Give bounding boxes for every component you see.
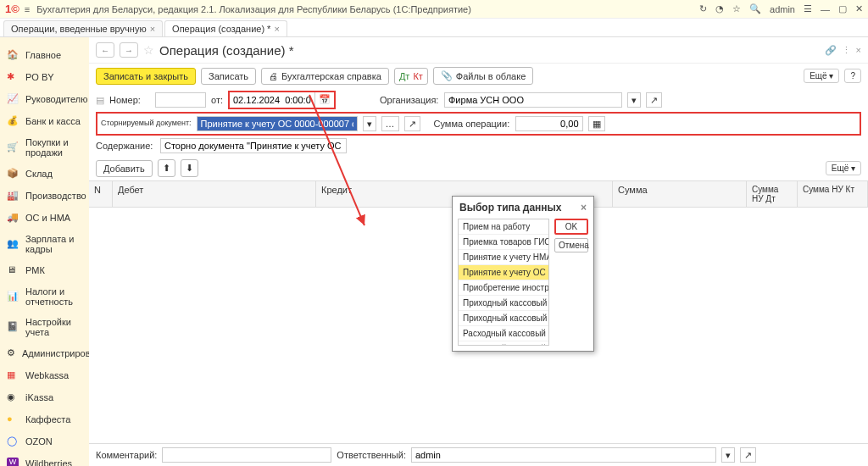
back-button[interactable]: ← (96, 42, 114, 58)
sidebar-item-tax[interactable]: 📊Налоги и отчетность (0, 281, 89, 312)
tab-label: Операция (создание) * (172, 24, 270, 34)
sidebar-item-settings[interactable]: 📓Настройки учета (0, 312, 89, 342)
type-list-item[interactable]: Приходный кассовый ордер (459, 296, 548, 311)
bank-icon: 💰 (7, 115, 19, 127)
col-n: N (89, 181, 113, 207)
close-window-icon[interactable]: ✕ (855, 3, 863, 14)
forward-button[interactable]: → (120, 42, 138, 58)
close-icon[interactable]: × (856, 45, 861, 55)
link-icon[interactable]: 🔗 (825, 45, 837, 56)
more-button[interactable]: Ещё ▾ (804, 69, 839, 83)
ikassa-icon: ◉ (7, 391, 19, 403)
close-icon[interactable]: × (274, 24, 279, 34)
sidebar-item-ikassa[interactable]: ◉iKassa (0, 386, 89, 408)
resp-dropdown-icon[interactable]: ▾ (721, 447, 735, 463)
sidebar-item-wildberries[interactable]: WWildberries (0, 452, 89, 466)
dkt-button[interactable]: ДтКт (394, 68, 428, 85)
move-up-button[interactable]: ⬆ (158, 159, 175, 177)
print-icon: 🖨 (269, 71, 278, 81)
sidebar-item-manager[interactable]: 📈Руководителю (0, 88, 89, 110)
help-button[interactable]: ? (844, 69, 861, 83)
kebab-icon[interactable]: ⋮ (842, 45, 851, 56)
tab-operation-create[interactable]: Операция (создание) * × (164, 20, 287, 36)
date-input[interactable] (230, 92, 314, 108)
home-icon: 🏠 (7, 49, 19, 61)
favorite-icon[interactable]: ☆ (143, 43, 154, 57)
refresh-icon[interactable]: ↻ (699, 3, 707, 14)
settings-icon[interactable]: ☰ (804, 3, 812, 14)
sidebar-item-sales[interactable]: 🛒Покупки и продажи (0, 132, 89, 163)
sidebar-item-poby[interactable]: ✱PO BY (0, 66, 89, 88)
files-button[interactable]: 📎Файлы в облаке (433, 67, 533, 85)
menu-icon[interactable]: ≡ (25, 4, 30, 14)
storno-dropdown-icon[interactable]: ▾ (363, 116, 376, 131)
print-button[interactable]: 🖨Бухгалтерская справка (261, 68, 389, 85)
calc-icon[interactable]: ▦ (588, 116, 605, 131)
sidebar-item-kaffesta[interactable]: ●Каффеста (0, 408, 89, 430)
col-nu-kt: Сумма НУ Кт (798, 181, 868, 207)
storno-input[interactable] (197, 116, 358, 131)
number-input[interactable] (155, 92, 206, 108)
type-list-item[interactable]: Принятие к учету НМА (459, 250, 548, 265)
type-list-item[interactable]: Расходный кассовый ордер ... (459, 341, 548, 346)
ozon-icon: ◯ (7, 435, 19, 447)
move-down-button[interactable]: ⬇ (181, 159, 198, 177)
tax-icon: 📊 (7, 291, 19, 302)
rmk-icon: 🖥 (7, 264, 19, 276)
type-list-item[interactable]: Расходный кассовый ордер (459, 326, 548, 341)
org-dropdown-icon[interactable]: ▾ (627, 92, 641, 108)
comment-input[interactable] (162, 447, 331, 463)
webkassa-icon: ▦ (7, 369, 19, 381)
sidebar-item-ozon[interactable]: ◯OZON (0, 430, 89, 452)
type-list-item[interactable]: Приобретение иностранной в... (459, 280, 548, 296)
org-open-icon[interactable]: ↗ (646, 92, 662, 108)
tab-operations-list[interactable]: Операции, введенные вручную × (3, 20, 163, 36)
search-icon[interactable]: 🔍 (749, 3, 761, 14)
type-list-item[interactable]: Принятие к учету ОС (459, 265, 548, 280)
org-input[interactable] (444, 92, 622, 108)
gear-icon: ⚙ (7, 347, 15, 359)
sum-label: Сумма операции: (434, 119, 510, 129)
favorite-icon[interactable]: ☆ (732, 3, 741, 14)
sidebar-item-salary[interactable]: 👥Зарплата и кадры (0, 229, 89, 259)
clip-icon: 📎 (441, 70, 453, 81)
minimize-icon[interactable]: — (821, 4, 830, 14)
save-button[interactable]: Записать (201, 68, 256, 85)
close-icon[interactable]: × (581, 202, 587, 214)
type-list-item[interactable]: Приемка товаров ГИС ЭЗ (459, 235, 548, 250)
sidebar-item-os[interactable]: 🚚ОС и НМА (0, 207, 89, 229)
resp-label: Ответственный: (337, 450, 406, 460)
sidebar-item-rmk[interactable]: 🖥РМК (0, 259, 89, 281)
cart-icon: 🛒 (7, 141, 19, 153)
sidebar-item-webkassa[interactable]: ▦Webkassa (0, 364, 89, 386)
comment-label: Комментарий: (96, 450, 157, 460)
resp-open-icon[interactable]: ↗ (740, 447, 756, 463)
type-list-item[interactable]: Прием на работу (459, 219, 548, 235)
sidebar-item-bank[interactable]: 💰Банк и касса (0, 110, 89, 132)
storno-ellipsis-icon[interactable]: … (381, 116, 399, 131)
add-row-button[interactable]: Добавить (96, 160, 153, 177)
table-more-button[interactable]: Ещё ▾ (826, 161, 861, 175)
calendar-icon[interactable]: 📅 (314, 92, 334, 108)
type-list[interactable]: Прием на работуПриемка товаров ГИС ЭЗПри… (458, 219, 549, 346)
sidebar-item-admin[interactable]: ⚙Администрирование (0, 342, 89, 364)
date-prefix: от: (211, 95, 223, 105)
sidebar-item-warehouse[interactable]: 📦Склад (0, 163, 89, 185)
tab-label: Операции, введенные вручную (11, 24, 147, 34)
history-icon[interactable]: ◔ (715, 3, 724, 14)
content-label: Содержание: (96, 141, 155, 151)
col-debit: Дебет (113, 181, 316, 207)
type-list-item[interactable]: Приходный кассовый ордер ... (459, 311, 548, 326)
cancel-button[interactable]: Отмена (554, 238, 588, 252)
sidebar: 🏠Главное ✱PO BY 📈Руководителю 💰Банк и ка… (0, 37, 89, 466)
content-input[interactable] (160, 138, 347, 153)
sidebar-item-main[interactable]: 🏠Главное (0, 44, 89, 66)
storno-open-icon[interactable]: ↗ (404, 116, 420, 131)
sidebar-item-production[interactable]: 🏭Производство (0, 185, 89, 207)
resp-input[interactable] (411, 447, 716, 463)
sum-input[interactable] (515, 116, 583, 131)
ok-button[interactable]: OK (554, 219, 588, 235)
maximize-icon[interactable]: ▢ (838, 3, 847, 14)
close-icon[interactable]: × (150, 24, 155, 34)
save-close-button[interactable]: Записать и закрыть (96, 68, 196, 85)
